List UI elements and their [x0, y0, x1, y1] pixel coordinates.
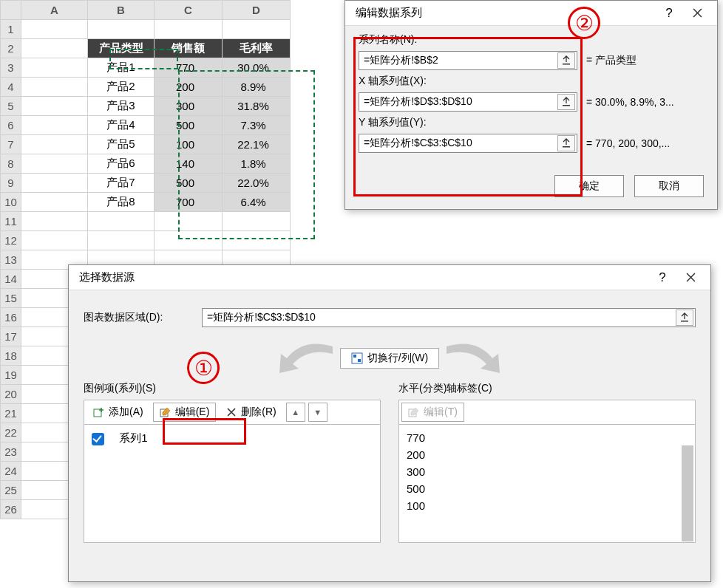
cell-c3[interactable]: 770 [155, 58, 223, 78]
cell-b3[interactable]: 产品1 [88, 58, 155, 78]
collapse-range-icon[interactable] [557, 94, 575, 110]
collapse-range-icon[interactable] [557, 135, 575, 151]
axis-toolbar: 编辑(T) [398, 400, 696, 425]
switch-row-col-button[interactable]: 切换行/列(W) [340, 348, 439, 369]
chart-range-input[interactable] [203, 312, 676, 324]
cell-b2[interactable]: 产品类型 [88, 39, 155, 58]
edit-series-dialog: 编辑数据系列 ? 系列名称(N): = 产品类型 X 轴系列值(X): [344, 0, 718, 210]
series-item-1[interactable]: 系列1 [92, 429, 373, 448]
add-series-button[interactable]: 添加(A) [86, 403, 150, 422]
y-values-label: Y 轴系列值(Y): [359, 116, 704, 129]
col-b-header[interactable]: B [88, 1, 155, 20]
series-name-label: 系列名称(N): [359, 33, 704, 47]
svg-rect-0 [563, 64, 570, 65]
cell-d3[interactable]: 30.0% [223, 58, 291, 78]
col-c-header[interactable]: C [155, 1, 223, 20]
svg-rect-2 [563, 146, 570, 148]
x-values-input[interactable] [359, 96, 557, 108]
legend-entries-label: 图例项(系列)(S) [84, 382, 381, 395]
row-2-header[interactable]: 2 [1, 39, 21, 58]
cell-d2[interactable]: 毛利率 [223, 39, 291, 58]
cancel-button[interactable]: 取消 [634, 175, 704, 197]
chart-range-label: 图表数据区域(D): [84, 311, 202, 324]
edit-icon [408, 406, 420, 418]
y-values-preview: = 770, 200, 300,... [586, 137, 670, 149]
edit-icon [160, 406, 172, 418]
legend-series-list[interactable]: 系列1 [84, 425, 381, 543]
collapse-range-icon[interactable] [676, 310, 693, 326]
axis-item[interactable]: 200 [407, 446, 688, 463]
svg-rect-1 [563, 105, 570, 106]
row-1-header[interactable]: 1 [1, 20, 21, 39]
axis-labels-list[interactable]: 770 200 300 500 100 [398, 425, 696, 543]
axis-item[interactable]: 300 [407, 463, 688, 480]
switch-icon [351, 352, 363, 364]
axis-item[interactable]: 770 [407, 429, 688, 446]
col-d-header[interactable]: D [223, 1, 291, 20]
swoop-right-icon [439, 341, 506, 376]
edit-series-title: 编辑数据系列 [356, 6, 655, 20]
edit-axis-button[interactable]: 编辑(T) [401, 403, 464, 422]
svg-rect-6 [358, 359, 361, 362]
remove-series-button[interactable]: 删除(R) [219, 403, 282, 422]
axis-item[interactable]: 500 [407, 480, 688, 497]
help-button[interactable]: ? [648, 267, 676, 288]
move-up-button[interactable]: ▲ [286, 403, 305, 422]
axis-labels-label: 水平(分类)轴标签(C) [398, 382, 696, 395]
delete-icon [225, 406, 237, 418]
cell-c2[interactable]: 销售额 [155, 39, 223, 58]
move-down-button[interactable]: ▼ [308, 403, 327, 422]
axis-item[interactable]: 100 [407, 497, 688, 514]
close-button[interactable] [683, 3, 711, 24]
series-name-preview: = 产品类型 [586, 54, 637, 67]
series-name-input[interactable] [359, 55, 557, 66]
help-button[interactable]: ? [655, 3, 683, 24]
swoop-left-icon [274, 341, 340, 376]
collapse-range-icon[interactable] [557, 52, 575, 69]
svg-rect-5 [353, 355, 356, 358]
x-values-preview: = 30.0%, 8.9%, 3... [586, 96, 674, 108]
ok-button[interactable]: 确定 [554, 175, 624, 197]
add-icon [93, 406, 105, 418]
legend-toolbar: 添加(A) 编辑(E) 删除(R) ▲ ▼ [84, 400, 381, 425]
svg-rect-3 [681, 321, 688, 322]
select-data-title: 选择数据源 [79, 270, 648, 284]
scrollbar[interactable] [682, 445, 693, 541]
y-values-input[interactable] [359, 137, 557, 149]
select-all-corner[interactable] [1, 1, 21, 20]
col-a-header[interactable]: A [21, 1, 88, 20]
x-values-label: X 轴系列值(X): [359, 75, 704, 88]
checkbox-checked-icon[interactable] [92, 433, 104, 445]
select-data-source-dialog: 选择数据源 ? 图表数据区域(D): 切换行/列(W) [68, 264, 711, 582]
edit-series-button[interactable]: 编辑(E) [153, 403, 217, 422]
close-button[interactable] [676, 267, 705, 288]
